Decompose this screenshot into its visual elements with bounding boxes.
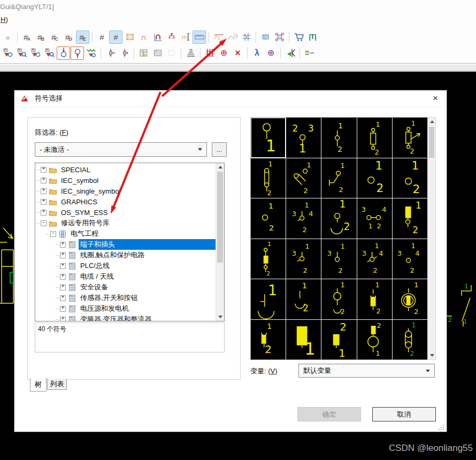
symbol-cell-1-3[interactable]: 12: [321, 118, 356, 158]
tab-tree[interactable]: 树: [30, 378, 47, 392]
device-search-icon[interactable]: [15, 47, 28, 60]
cable-definition-icon[interactable]: [104, 47, 117, 60]
grid-size-e-icon[interactable]: #E: [76, 30, 89, 44]
symbol-cell-3-5[interactable]: 12: [393, 198, 427, 239]
scroll-down-icon[interactable]: [428, 351, 436, 359]
symbol-cell-2-1[interactable]: 12: [251, 158, 286, 198]
ruler-icon[interactable]: [193, 30, 206, 44]
symbol-cell-4-2[interactable]: 312: [286, 239, 321, 279]
parts-cart-icon[interactable]: [292, 30, 305, 44]
signal-arcs-icon[interactable]: [226, 30, 239, 44]
scroll-up-icon[interactable]: [428, 118, 436, 126]
symbol-cell-5-3[interactable]: 12: [321, 279, 356, 319]
symbol-cell-6-5[interactable]: 12: [393, 320, 427, 360]
symbol-cell-3-3[interactable]: 12: [321, 198, 356, 239]
symbol-cell-4-5[interactable]: 3142: [393, 239, 427, 279]
insert-text-icon[interactable]: |T|: [306, 30, 319, 44]
symbol-cell-3-4[interactable]: 3412: [357, 198, 392, 239]
collapse-icon[interactable]: -: [41, 220, 47, 226]
device-navigator-icon[interactable]: [1, 47, 14, 60]
symbol-cell-4-3[interactable]: 312: [321, 239, 356, 279]
tree-item-1[interactable]: +SPECIAL: [36, 164, 216, 175]
tree-item-9[interactable]: +线圈,触点和保护电路: [56, 250, 216, 260]
magnet-path-icon[interactable]: [151, 30, 164, 44]
magnet-icon[interactable]: ∩: [137, 30, 150, 44]
fence-icon[interactable]: [203, 47, 217, 60]
grid-scrollbar[interactable]: [427, 117, 436, 360]
expand-icon[interactable]: +: [60, 252, 66, 258]
dialog-title-bar[interactable]: 符号选择: [14, 90, 447, 107]
symbol-cell-5-2[interactable]: 12: [286, 279, 321, 319]
symbol-cell-1-4[interactable]: 12: [357, 118, 392, 158]
symbol-cell-6-2[interactable]: 1: [286, 320, 321, 360]
tree-item-13[interactable]: +传感器,开关和按钮: [56, 293, 216, 303]
center-target-icon[interactable]: ⊕: [264, 47, 278, 60]
tree-item-15[interactable]: +变频器,变压器和整流器: [56, 314, 216, 321]
toolbar-overflow-icon[interactable]: »: [1, 30, 14, 44]
filter-browse-button[interactable]: ...: [212, 142, 227, 157]
tree-scrollbar-thumb[interactable]: [217, 172, 223, 263]
tree-item-2[interactable]: +IEC_symbol: [36, 175, 216, 186]
tree-item-3[interactable]: +IEC_single_symbol: [36, 186, 216, 196]
symbol-cell-3-1[interactable]: 12: [251, 198, 286, 239]
net-grid-icon[interactable]: [240, 30, 253, 44]
placeholder-rect-icon[interactable]: *: [165, 47, 178, 60]
expand-icon[interactable]: +: [41, 199, 47, 205]
symbol-cell-5-1[interactable]: 1: [251, 279, 286, 319]
grid-size-a-icon[interactable]: #A: [20, 30, 34, 44]
tree-item-8[interactable]: +端子和插头: [56, 239, 216, 250]
cable-dot-icon[interactable]: [118, 47, 131, 60]
tree-item-6[interactable]: -修远专用符号库: [36, 218, 216, 228]
potential-tracking-icon[interactable]: [85, 47, 98, 60]
measure-flag-icon[interactable]: [283, 47, 297, 60]
graphic-frame-icon[interactable]: [123, 30, 136, 44]
snap-to-grid-icon[interactable]: #: [109, 30, 122, 44]
grid-size-d-icon[interactable]: #D: [62, 30, 75, 44]
insert-number-icon[interactable]: 123: [179, 30, 192, 44]
signal-wave-icon[interactable]: [212, 30, 225, 44]
connection-branch-icon[interactable]: [165, 30, 178, 44]
tree-item-4[interactable]: +GRAPHICS: [36, 196, 216, 207]
symbol-cell-1-5[interactable]: 12: [393, 118, 427, 158]
symbol-cell-3-2[interactable]: 3142: [286, 198, 321, 239]
expand-icon[interactable]: +: [60, 263, 66, 269]
interruption-point-target-icon[interactable]: [71, 47, 84, 60]
expand-icon[interactable]: +: [41, 188, 47, 194]
symbol-cell-4-4[interactable]: 3142: [357, 239, 392, 279]
menu-item-clipped[interactable]: H): [1, 16, 8, 24]
symbol-cell-6-1[interactable]: 12: [251, 320, 286, 360]
resize-grip[interactable]: [438, 423, 444, 430]
symbol-cell-6-4[interactable]: 21: [357, 320, 392, 360]
ok-button[interactable]: 确定: [297, 407, 361, 421]
tree-item-14[interactable]: +电压源和发电机: [56, 303, 216, 314]
hatch-area-icon[interactable]: [151, 47, 164, 60]
symbol-cell-6-3[interactable]: 21: [321, 320, 356, 360]
tree-scrollbar[interactable]: [216, 163, 224, 321]
insert-symbol-icon[interactable]: [273, 30, 286, 44]
scroll-down-icon[interactable]: [216, 313, 224, 321]
collapse-icon[interactable]: -: [50, 231, 56, 237]
scroll-up-icon[interactable]: [216, 163, 224, 171]
tree-item-10[interactable]: +PLC/总线: [56, 260, 216, 271]
stamp-icon[interactable]: [184, 47, 197, 60]
symbol-cell-2-3[interactable]: 12: [321, 158, 356, 198]
expand-icon[interactable]: +: [60, 274, 66, 280]
device-filter-icon[interactable]: [43, 47, 56, 60]
tree-item-7[interactable]: -电气工程: [46, 228, 216, 239]
window-macro-icon[interactable]: [137, 47, 150, 60]
symbol-cell-1-1[interactable]: 1: [251, 118, 286, 158]
tree-item-5[interactable]: +OS_SYM_ESS: [36, 207, 216, 218]
variant-dropdown[interactable]: 默认变量: [298, 364, 435, 378]
symbol-cell-2-4[interactable]: 12: [357, 158, 392, 198]
expand-icon[interactable]: +: [60, 306, 66, 312]
device-list-icon[interactable]: [29, 47, 42, 60]
grid-size-b-icon[interactable]: #B: [34, 30, 48, 44]
tab-list[interactable]: 列表: [47, 379, 67, 390]
angle-snap-icon[interactable]: λ: [250, 47, 264, 60]
symbol-cell-5-4[interactable]: 12: [357, 279, 392, 319]
tree-item-11[interactable]: +电缆 / 天线: [56, 271, 216, 282]
close-icon[interactable]: ×: [424, 90, 447, 106]
symbol-cell-5-5[interactable]: 12: [393, 279, 427, 319]
expand-icon[interactable]: +: [60, 295, 66, 301]
interruption-point-source-icon[interactable]: [57, 47, 70, 60]
